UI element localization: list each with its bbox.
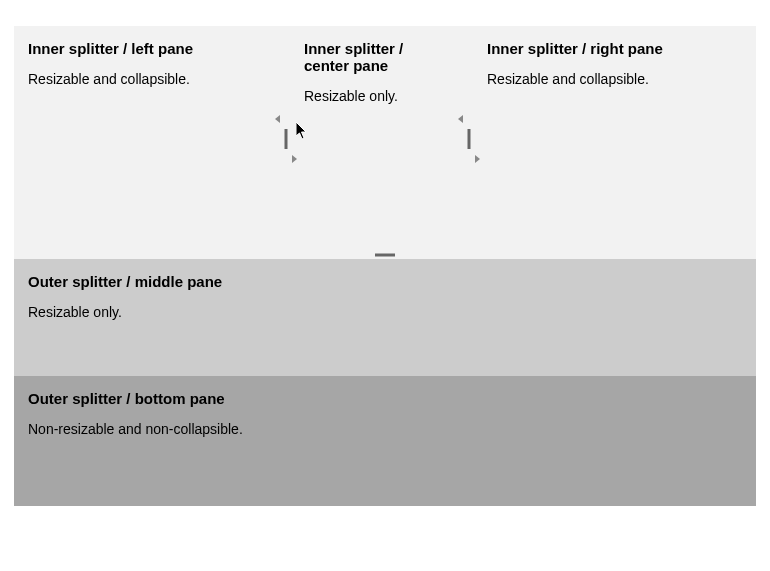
inner-center-desc: Resizable only.	[304, 88, 451, 104]
outer-top-pane: Inner splitter / left pane Resizable and…	[14, 26, 756, 251]
collapse-right-icon	[475, 155, 480, 163]
outer-splitbar[interactable]	[14, 251, 756, 259]
inner-center-title: Inner splitter / center pane	[304, 40, 451, 74]
outer-middle-pane: Outer splitter / middle pane Resizable o…	[14, 259, 756, 376]
outer-middle-desc: Resizable only.	[28, 304, 742, 320]
collapse-right-icon	[292, 155, 297, 163]
outer-middle-title: Outer splitter / middle pane	[28, 273, 742, 290]
inner-right-desc: Resizable and collapsible.	[487, 71, 727, 87]
inner-right-pane: Inner splitter / right pane Resizable an…	[473, 26, 741, 251]
inner-left-desc: Resizable and collapsible.	[28, 71, 268, 87]
inner-left-pane: Inner splitter / left pane Resizable and…	[14, 26, 282, 251]
inner-right-title: Inner splitter / right pane	[487, 40, 727, 57]
inner-splitbar-left[interactable]	[282, 26, 290, 251]
collapse-left-icon	[458, 115, 463, 123]
outer-splitter: Inner splitter / left pane Resizable and…	[14, 26, 756, 506]
inner-center-pane: Inner splitter / center pane Resizable o…	[290, 26, 465, 251]
inner-left-title: Inner splitter / left pane	[28, 40, 268, 57]
outer-bottom-pane: Outer splitter / bottom pane Non-resizab…	[14, 376, 756, 506]
collapse-left-icon	[275, 115, 280, 123]
outer-bottom-title: Outer splitter / bottom pane	[28, 390, 742, 407]
splitter-grip-icon	[375, 254, 395, 257]
outer-bottom-desc: Non-resizable and non-collapsible.	[28, 421, 742, 437]
inner-splitbar-right[interactable]	[465, 26, 473, 251]
splitter-grip-icon	[285, 129, 288, 149]
splitter-grip-icon	[468, 129, 471, 149]
